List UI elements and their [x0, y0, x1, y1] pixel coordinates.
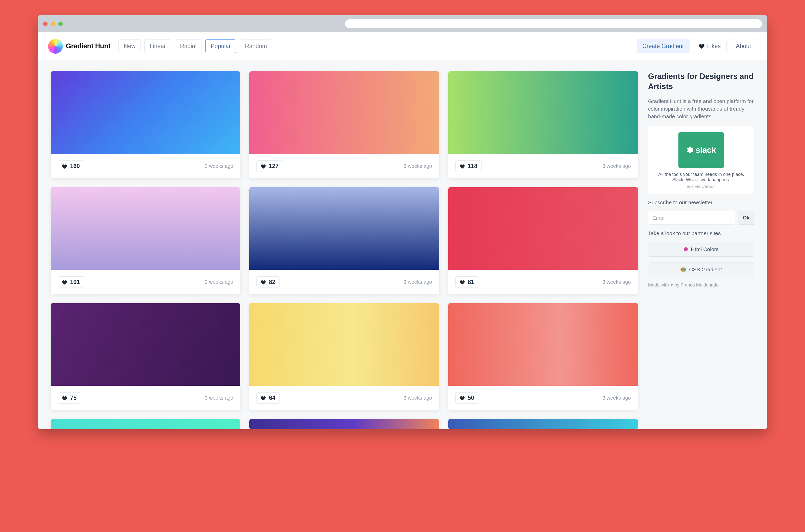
- like-button[interactable]: 64: [257, 392, 280, 404]
- gradient-card[interactable]: 1183 weeks ago: [448, 71, 638, 178]
- gradient-card-footer: 1602 weeks ago: [51, 154, 240, 178]
- nav-tab-popular[interactable]: Popular: [205, 39, 236, 53]
- gradient-swatch[interactable]: [249, 419, 439, 429]
- nav-tab-linear[interactable]: Linear: [144, 39, 171, 53]
- likes-nav-button[interactable]: Likes: [693, 39, 727, 53]
- brand-logo-icon: [48, 39, 63, 54]
- like-count: 82: [269, 279, 276, 285]
- subscribe-row: Ok: [648, 211, 754, 225]
- gradient-card[interactable]: 503 weeks ago: [448, 303, 638, 410]
- gradient-card-footer: 503 weeks ago: [448, 386, 638, 410]
- gradient-card[interactable]: 813 weeks ago: [448, 187, 638, 294]
- gradient-swatch[interactable]: [448, 71, 638, 154]
- gradient-card[interactable]: 1273 weeks ago: [249, 71, 439, 178]
- hash-icon: ✱: [687, 145, 695, 155]
- about-nav-label: About: [736, 43, 751, 50]
- subscribe-ok-label: Ok: [743, 215, 750, 221]
- window-zoom-dot[interactable]: [58, 21, 63, 26]
- subscribe-label: Subscribe to our newsletter: [648, 200, 754, 206]
- gradient-age: 3 weeks ago: [602, 395, 631, 401]
- sidebar-description: Gradient Hunt is a free and open platfor…: [648, 97, 754, 120]
- partner-html-colors-button[interactable]: Html Colors: [648, 242, 754, 256]
- gradient-age: 3 weeks ago: [602, 163, 631, 169]
- about-nav-button[interactable]: About: [730, 39, 757, 53]
- window-close-dot[interactable]: [43, 21, 48, 26]
- sidebar-title: Gradients for Designers and Artists: [648, 71, 754, 92]
- create-gradient-label: Create Gradient: [642, 43, 684, 50]
- heart-icon: [261, 280, 266, 284]
- window-minimize-dot[interactable]: [51, 21, 55, 26]
- heart-icon: [460, 280, 465, 284]
- heart-icon: [699, 44, 705, 49]
- gradient-card[interactable]: 823 weeks ago: [249, 187, 439, 294]
- gradient-swatch[interactable]: [448, 419, 638, 429]
- like-button[interactable]: 101: [58, 277, 84, 288]
- gradient-card[interactable]: [448, 419, 638, 429]
- like-button[interactable]: 81: [455, 277, 479, 288]
- like-button[interactable]: 50: [455, 392, 479, 404]
- heart-icon: [261, 164, 266, 169]
- gradient-age: 3 weeks ago: [602, 279, 631, 285]
- heart-icon: [460, 395, 465, 400]
- like-count: 75: [70, 395, 77, 401]
- heart-icon: [62, 395, 68, 400]
- gradient-swatch[interactable]: [51, 303, 240, 386]
- carbon-ad[interactable]: ✱ slack All the tools your team needs in…: [648, 126, 754, 194]
- partner-css-gradient-button[interactable]: CSS Gradient: [648, 262, 754, 277]
- subscribe-ok-button[interactable]: Ok: [738, 211, 754, 225]
- partner-1-label: Html Colors: [691, 246, 719, 252]
- gradient-swatch[interactable]: [448, 303, 638, 386]
- gradient-card[interactable]: 643 weeks ago: [249, 303, 439, 410]
- nav-tab-new[interactable]: New: [118, 39, 141, 53]
- like-button[interactable]: 82: [257, 277, 280, 288]
- like-button[interactable]: 75: [58, 392, 81, 404]
- heart-icon: ♥: [670, 282, 673, 288]
- like-count: 81: [468, 279, 474, 285]
- gradient-card-footer: 1012 weeks ago: [51, 270, 240, 294]
- like-button[interactable]: 160: [58, 160, 84, 172]
- email-field[interactable]: [648, 211, 735, 225]
- sidebar: Gradients for Designers and Artists Grad…: [648, 71, 754, 288]
- gradient-card[interactable]: [249, 419, 439, 429]
- heart-icon: [261, 395, 266, 400]
- heart-icon: [62, 280, 68, 284]
- gradient-swatch[interactable]: [51, 419, 240, 429]
- html-colors-icon: [684, 247, 688, 251]
- credit-line: Made with ♥ by Franco Maldonado: [648, 282, 754, 288]
- gradient-card-footer: 643 weeks ago: [249, 386, 439, 410]
- like-button[interactable]: 118: [455, 160, 482, 172]
- gradient-swatch[interactable]: [249, 303, 439, 386]
- gradient-swatch[interactable]: [448, 187, 638, 270]
- gradient-age: 2 weeks ago: [205, 163, 233, 169]
- partner-2-label: CSS Gradient: [689, 266, 722, 272]
- like-count: 64: [269, 395, 276, 401]
- gradient-swatch[interactable]: [249, 187, 439, 270]
- heart-icon: [62, 164, 68, 169]
- ad-brand-tile: ✱ slack: [678, 132, 724, 168]
- browser-url-bar[interactable]: [345, 19, 762, 28]
- credit-suffix: by Franco Maldonado: [675, 282, 719, 288]
- create-gradient-button[interactable]: Create Gradient: [637, 39, 690, 53]
- like-count: 50: [468, 395, 474, 401]
- partner-label: Take a look to our partner sites: [648, 230, 754, 236]
- gradient-swatch[interactable]: [51, 187, 240, 270]
- gradient-card[interactable]: 753 weeks ago: [51, 303, 240, 410]
- nav-tab-radial[interactable]: Radial: [175, 39, 202, 53]
- gradient-card[interactable]: 1012 weeks ago: [51, 187, 240, 294]
- gradient-age: 2 weeks ago: [205, 279, 233, 285]
- gradient-age: 3 weeks ago: [404, 395, 432, 401]
- gradient-age: 3 weeks ago: [205, 395, 233, 401]
- gradient-card[interactable]: [51, 419, 240, 429]
- gradient-age: 3 weeks ago: [404, 279, 432, 285]
- nav-tab-random[interactable]: Random: [240, 39, 273, 53]
- ad-text: All the tools your team needs in one pla…: [654, 172, 748, 183]
- gradient-card[interactable]: 1602 weeks ago: [51, 71, 240, 178]
- site-navbar: Gradient Hunt NewLinearRadialPopularRand…: [38, 32, 767, 60]
- gradient-card-footer: 753 weeks ago: [51, 386, 240, 410]
- brand-title: Gradient Hunt: [66, 42, 110, 50]
- like-button[interactable]: 127: [257, 160, 283, 172]
- nav-tabs: NewLinearRadialPopularRandom: [118, 39, 272, 53]
- gradient-swatch[interactable]: [249, 71, 439, 154]
- brand-link[interactable]: Gradient Hunt: [48, 39, 110, 54]
- gradient-swatch[interactable]: [51, 71, 240, 154]
